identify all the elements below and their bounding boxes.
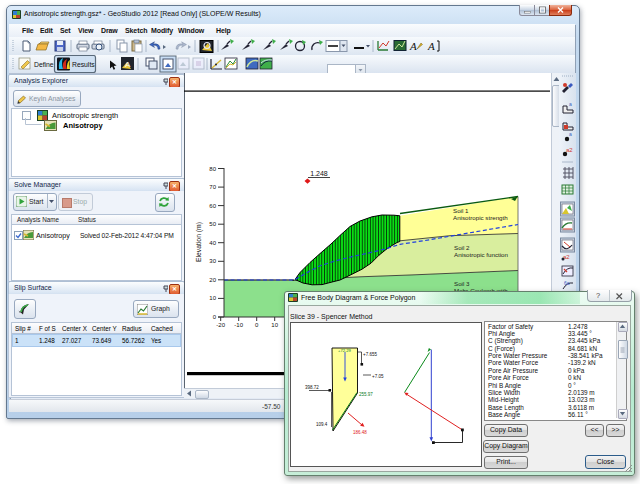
svg-text:Define: Define xyxy=(34,61,54,68)
svg-text:Soil 3: Soil 3 xyxy=(454,280,470,287)
svg-text:10: 10 xyxy=(209,295,216,301)
svg-text:+72.29: +72.29 xyxy=(338,348,352,353)
svg-text:A: A xyxy=(409,40,417,52)
svg-text:A: A xyxy=(125,60,131,69)
svg-text:Results: Results xyxy=(72,61,95,68)
svg-text:a: a xyxy=(569,131,572,137)
svg-text:a: a xyxy=(569,101,572,107)
svg-text:109.4: 109.4 xyxy=(316,422,328,427)
svg-text:60: 60 xyxy=(209,203,216,209)
svg-text:30: 30 xyxy=(209,258,216,264)
svg-text:40: 40 xyxy=(209,240,216,246)
svg-text:1.248: 1.248 xyxy=(310,170,328,177)
svg-text:50: 50 xyxy=(209,221,216,227)
svg-text:a2: a2 xyxy=(566,147,573,153)
svg-text:Anisotropic strength: Anisotropic strength xyxy=(453,214,508,221)
svg-text:398.72: 398.72 xyxy=(305,385,319,390)
svg-text:Soil 1: Soil 1 xyxy=(453,207,469,214)
svg-text:Elevation (m): Elevation (m) xyxy=(195,222,203,262)
svg-text:10: 10 xyxy=(271,322,278,328)
svg-text:+7.05: +7.05 xyxy=(372,374,384,379)
svg-text:+7.655: +7.655 xyxy=(363,352,377,357)
svg-text:20: 20 xyxy=(209,277,216,283)
svg-text:-20: -20 xyxy=(216,322,225,328)
svg-text:186.48: 186.48 xyxy=(353,430,367,435)
svg-text:A: A xyxy=(427,40,435,52)
svg-text:70: 70 xyxy=(209,184,216,190)
svg-text:0: 0 xyxy=(213,314,217,320)
svg-text:Soil 2: Soil 2 xyxy=(454,244,470,251)
svg-text:-10: -10 xyxy=(234,322,243,328)
svg-text:255.97: 255.97 xyxy=(359,392,373,397)
svg-text:Anisotropic function: Anisotropic function xyxy=(454,251,509,258)
svg-text:80: 80 xyxy=(209,166,216,172)
svg-text:0: 0 xyxy=(255,322,259,328)
svg-text:6a: 6a xyxy=(564,280,570,286)
